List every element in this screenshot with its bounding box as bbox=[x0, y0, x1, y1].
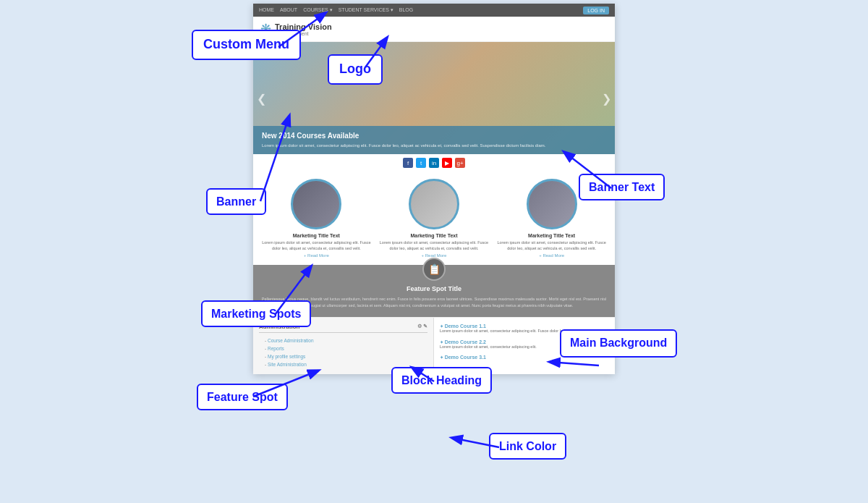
nav-blog[interactable]: BLOG bbox=[399, 7, 413, 13]
marketing-img-1 bbox=[291, 179, 341, 229]
site-header: ❋ Training Vision Growing Talent bbox=[253, 17, 615, 42]
label-link-color: Link Color bbox=[489, 433, 566, 460]
marketing-text-2: Lorem ipsum dolor sit amet, consectetur … bbox=[378, 240, 490, 251]
nav-student[interactable]: STUDENT SERVICES ▾ bbox=[339, 7, 393, 13]
sidebar-links: Course Administration Reports My profile… bbox=[259, 337, 427, 368]
feature-title: Feature Spot Title bbox=[260, 285, 608, 292]
marketing-img-3 bbox=[527, 179, 577, 229]
login-button[interactable]: LOG IN bbox=[583, 7, 609, 14]
youtube-icon[interactable]: ▶ bbox=[442, 158, 452, 168]
marketing-title-1: Marketing Title Text bbox=[260, 233, 373, 238]
marketing-text-1: Lorem ipsum dolor sit amet, consectetur … bbox=[260, 240, 373, 251]
nav-home[interactable]: HOME bbox=[259, 7, 274, 13]
hero-banner: ❮ New 2014 Courses Available Lorem ipsum… bbox=[253, 42, 615, 154]
marketing-grid: Marketing Title Text Lorem ipsum dolor s… bbox=[260, 179, 608, 258]
facebook-icon[interactable]: f bbox=[403, 158, 413, 168]
hero-overlay: New 2014 Courses Available Lorem ipsum d… bbox=[253, 126, 615, 154]
linkedin-icon[interactable]: in bbox=[429, 158, 439, 168]
marketing-img-2 bbox=[409, 179, 459, 229]
sidebar-link-3[interactable]: My profile settings bbox=[259, 352, 427, 360]
banner-arrow-left[interactable]: ❮ bbox=[257, 91, 266, 105]
label-feature-spot: Feature Spot bbox=[197, 384, 288, 410]
read-more-3[interactable]: + Read More bbox=[495, 253, 608, 258]
read-more-1[interactable]: + Read More bbox=[260, 253, 373, 258]
label-block-heading: Block Heading bbox=[391, 367, 492, 394]
marketing-item-2: Marketing Title Text Lorem ipsum dolor s… bbox=[378, 179, 490, 258]
marketing-title-2: Marketing Title Text bbox=[378, 233, 490, 238]
nav-courses[interactable]: COURSES ▾ bbox=[303, 7, 333, 13]
hero-text: Lorem ipsum dolor sit amet, consectetur … bbox=[262, 143, 606, 148]
label-custom-menu: Custom Menu bbox=[192, 30, 301, 60]
marketing-item-1: Marketing Title Text Lorem ipsum dolor s… bbox=[260, 179, 373, 258]
label-banner-text: Banner Text bbox=[579, 174, 665, 200]
label-banner: Banner bbox=[206, 188, 266, 215]
nav-links: HOME ABOUT COURSES ▾ STUDENT SERVICES ▾ … bbox=[259, 7, 413, 13]
hero-title: New 2014 Courses Available bbox=[262, 132, 606, 140]
label-logo: Logo bbox=[328, 54, 383, 85]
feature-icon: 📋 bbox=[422, 258, 446, 281]
marketing-text-3: Lorem ipsum dolor sit amet, consectetur … bbox=[495, 240, 608, 251]
banner-arrow-right[interactable]: ❯ bbox=[602, 91, 611, 105]
social-bar: f t in ▶ g+ bbox=[253, 154, 615, 172]
googleplus-icon[interactable]: g+ bbox=[455, 158, 465, 168]
marketing-section: Marketing Title Text Lorem ipsum dolor s… bbox=[253, 172, 615, 265]
feature-text: Pellentesque lectus neque, blandit vel l… bbox=[260, 296, 608, 308]
twitter-icon[interactable]: t bbox=[416, 158, 426, 168]
label-main-background: Main Background bbox=[560, 329, 677, 358]
sidebar-link-2[interactable]: Reports bbox=[259, 345, 427, 352]
nav-about[interactable]: ABOUT bbox=[280, 7, 297, 13]
label-marketing-spots: Marketing Spots bbox=[201, 300, 311, 327]
nav-bar: HOME ABOUT COURSES ▾ STUDENT SERVICES ▾ … bbox=[253, 4, 615, 17]
sidebar-link-1[interactable]: Course Administration bbox=[259, 337, 427, 345]
course-title-1[interactable]: Demo Course 1.1 bbox=[440, 324, 609, 329]
marketing-title-3: Marketing Title Text bbox=[495, 233, 608, 238]
